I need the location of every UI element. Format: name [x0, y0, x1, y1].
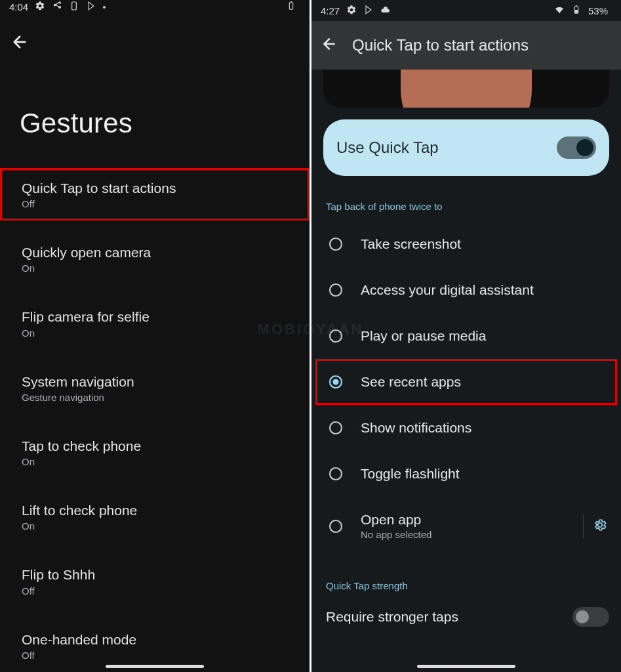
setting-tap-to-check[interactable]: Tap to check phone On: [0, 426, 310, 478]
hand-illustration: [401, 70, 532, 108]
svg-point-8: [330, 330, 342, 342]
status-battery-percent: 53%: [588, 5, 608, 16]
status-bar: 4:04: [0, 0, 310, 14]
open-app-settings-gear[interactable]: [593, 518, 607, 535]
setting-sub: Gesture navigation: [22, 392, 308, 403]
option-label: Show notifications: [361, 420, 471, 436]
svg-rect-4: [575, 10, 578, 13]
svg-point-6: [330, 238, 342, 250]
phone-gestures-list: 4:04 Gestures Quick Tap to sta: [0, 0, 310, 672]
option-label: Take screenshot: [361, 236, 461, 252]
svg-point-7: [330, 284, 342, 296]
setting-title: Tap to check phone: [22, 437, 308, 455]
battery-icon: [571, 5, 582, 17]
svg-point-11: [330, 422, 342, 434]
option-show-notifications[interactable]: Show notifications: [315, 405, 617, 451]
app-bar: Quick Tap to start actions: [311, 21, 621, 70]
status-time: 4:04: [9, 1, 28, 12]
device-icon: [69, 1, 79, 13]
gestures-settings-list: Quick Tap to start actions Off Quickly o…: [0, 168, 310, 672]
option-label: Toggle flashlight: [361, 466, 460, 482]
setting-lift-to-check[interactable]: Lift to check phone On: [0, 490, 310, 543]
svg-point-10: [332, 379, 338, 385]
setting-title: One-handed mode: [22, 631, 308, 648]
status-time: 4:27: [321, 5, 340, 16]
setting-title: Quick Tap to start actions: [22, 179, 308, 197]
setting-sub: Off: [22, 198, 308, 209]
require-stronger-taps-row[interactable]: Require stronger taps: [311, 600, 621, 633]
svg-point-13: [330, 520, 342, 532]
setting-sub: On: [22, 456, 308, 467]
quick-tap-illustration: [323, 70, 609, 108]
gesture-nav-pill[interactable]: [106, 665, 204, 668]
setting-sub: On: [22, 327, 308, 339]
setting-sub: On: [22, 520, 308, 532]
divider-vertical: [583, 514, 584, 538]
play-store-icon: [86, 1, 96, 13]
section-label-strength: Quick Tap strength: [311, 555, 621, 600]
appbar-title: Quick Tap to start actions: [352, 36, 529, 54]
option-take-screenshot[interactable]: Take screenshot: [315, 221, 617, 267]
setting-title: Flip to Shhh: [22, 566, 308, 583]
svg-rect-0: [72, 2, 77, 10]
option-label: Access your digital assistant: [361, 282, 534, 298]
option-digital-assistant[interactable]: Access your digital assistant: [315, 267, 617, 313]
option-label: Open app: [361, 512, 431, 528]
setting-quickly-open-camera[interactable]: Quickly open camera On: [0, 232, 310, 285]
wifi-icon: [554, 5, 565, 17]
setting-flip-camera-selfie[interactable]: Flip camera for selfie On: [0, 297, 310, 349]
option-toggle-flashlight[interactable]: Toggle flashlight: [315, 451, 617, 497]
radio-unselected-icon: [328, 518, 344, 534]
option-label: See recent apps: [361, 374, 461, 390]
option-sublabel: No app selected: [361, 529, 431, 540]
status-bar: 4:27 53%: [311, 0, 621, 21]
section-label-tap-back: Tap back of phone twice to: [311, 176, 621, 221]
radio-unselected-icon: [328, 282, 344, 298]
gear-icon: [346, 5, 357, 17]
setting-title: Flip camera for selfie: [22, 308, 308, 326]
setting-quick-tap[interactable]: Quick Tap to start actions Off: [0, 168, 310, 220]
back-button[interactable]: [0, 14, 310, 59]
radio-unselected-icon: [328, 328, 344, 344]
option-see-recent-apps[interactable]: See recent apps: [315, 359, 617, 405]
setting-sub: Off: [22, 585, 308, 597]
setting-flip-to-shhh[interactable]: Flip to Shhh Off: [0, 555, 310, 607]
svg-point-12: [330, 468, 342, 480]
phone-quick-tap-detail: 4:27 53% Quick Tap to start actions: [311, 0, 621, 672]
setting-sub: On: [22, 262, 308, 274]
play-store-icon: [363, 5, 374, 17]
svg-rect-1: [289, 3, 292, 10]
option-label: Play or pause media: [361, 328, 486, 344]
gesture-nav-pill[interactable]: [417, 665, 515, 668]
setting-sub: Off: [22, 650, 308, 661]
svg-rect-5: [576, 5, 578, 6]
gear-icon: [35, 1, 45, 13]
svg-rect-2: [290, 2, 292, 3]
back-button[interactable]: [321, 35, 338, 55]
cloud-icon: [380, 5, 391, 17]
use-quick-tap-card[interactable]: Use Quick Tap: [323, 119, 609, 176]
setting-title: System navigation: [22, 373, 308, 390]
require-stronger-taps-label: Require stronger taps: [326, 609, 458, 625]
page-title: Gestures: [0, 59, 310, 168]
setting-system-navigation[interactable]: System navigation Gesture navigation: [0, 362, 310, 414]
more-dot-icon: [103, 6, 106, 9]
use-quick-tap-label: Use Quick Tap: [336, 138, 439, 157]
use-quick-tap-toggle[interactable]: [557, 136, 596, 159]
radio-unselected-icon: [328, 236, 344, 252]
option-open-app[interactable]: Open app No app selected: [315, 497, 617, 555]
share-icon: [52, 1, 62, 13]
radio-selected-icon: [328, 374, 344, 390]
setting-one-handed-mode[interactable]: One-handed mode Off: [0, 620, 310, 672]
setting-title: Quickly open camera: [22, 243, 308, 261]
option-play-pause-media[interactable]: Play or pause media: [315, 313, 617, 359]
quick-tap-action-list: Take screenshot Access your digital assi…: [311, 221, 621, 555]
battery-icon: [286, 1, 296, 13]
require-stronger-taps-toggle[interactable]: [572, 607, 609, 627]
radio-unselected-icon: [328, 466, 344, 482]
radio-unselected-icon: [328, 420, 344, 436]
setting-title: Lift to check phone: [22, 501, 308, 519]
